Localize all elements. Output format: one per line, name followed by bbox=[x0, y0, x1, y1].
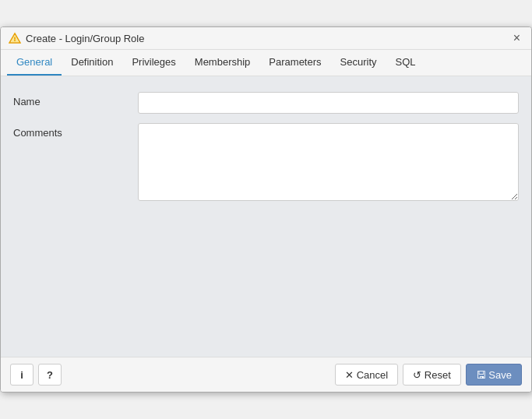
svg-point-2 bbox=[14, 40, 16, 41]
tab-membership[interactable]: Membership bbox=[185, 50, 260, 76]
pgadmin-icon bbox=[9, 32, 21, 44]
tab-privileges[interactable]: Privileges bbox=[122, 50, 185, 76]
comments-input[interactable] bbox=[138, 123, 519, 201]
name-row: Name bbox=[13, 92, 519, 114]
close-button[interactable]: × bbox=[510, 32, 523, 44]
tab-sql[interactable]: SQL bbox=[386, 50, 425, 76]
tabs-bar: General Definition Privileges Membership… bbox=[1, 50, 531, 76]
tab-content-general: Name Comments bbox=[1, 76, 531, 357]
name-label: Name bbox=[13, 92, 138, 107]
title-bar: Create - Login/Group Role × bbox=[1, 27, 531, 50]
tab-security[interactable]: Security bbox=[331, 50, 386, 76]
footer-right: ✕ Cancel ↺ Reset 🖫 Save bbox=[335, 364, 522, 386]
info-button[interactable]: i bbox=[10, 364, 33, 386]
comments-row: Comments bbox=[13, 123, 519, 201]
cancel-button[interactable]: ✕ Cancel bbox=[335, 364, 398, 386]
reset-button[interactable]: ↺ Reset bbox=[403, 364, 461, 386]
help-button[interactable]: ? bbox=[38, 364, 62, 386]
tab-general[interactable]: General bbox=[7, 50, 62, 76]
tab-definition[interactable]: Definition bbox=[62, 50, 122, 76]
svg-rect-3 bbox=[14, 37, 16, 40]
comments-label: Comments bbox=[13, 123, 138, 139]
name-input[interactable] bbox=[138, 92, 519, 114]
dialog-title: Create - Login/Group Role bbox=[26, 33, 144, 44]
save-button[interactable]: 🖫 Save bbox=[466, 364, 522, 386]
dialog-footer: i ? ✕ Cancel ↺ Reset 🖫 Save bbox=[1, 357, 531, 392]
tab-parameters[interactable]: Parameters bbox=[259, 50, 330, 76]
create-login-group-role-dialog: Create - Login/Group Role × General Defi… bbox=[0, 26, 532, 393]
title-bar-left: Create - Login/Group Role bbox=[9, 32, 144, 44]
footer-left: i ? bbox=[10, 364, 62, 386]
